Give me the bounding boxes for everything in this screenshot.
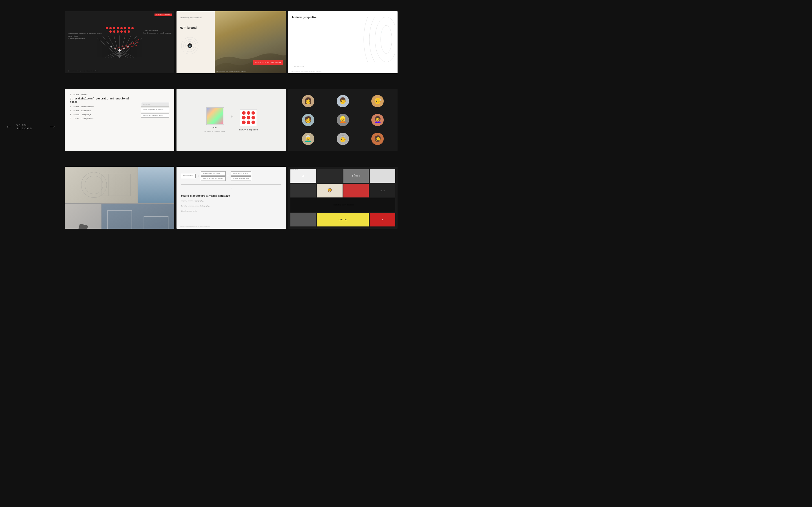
slide-7-content <box>65 167 174 229</box>
slide-3-card[interactable]: business perspective I: Introduction @Ir… <box>288 11 398 73</box>
s1-label-values: brand values <box>68 36 101 37</box>
s9-cell-9 <box>290 213 316 226</box>
s8-box-stakeholder: stakeholder portrait <box>201 171 225 176</box>
s9-cell-10: ⚡ <box>370 213 395 226</box>
s1-left-labels: stakeholders' portrait + emotional space… <box>68 33 101 40</box>
s2-believe-box: brand as a believe system <box>253 60 283 65</box>
s7-building-photo <box>101 204 174 229</box>
person-cell-6: 👩‍🦱 <box>361 111 394 128</box>
person-5: 👱 <box>337 114 349 126</box>
s5-dot <box>242 121 246 124</box>
person-cell-4: 🧑 <box>292 111 324 128</box>
slide-2-card[interactable]: branding perspective? MVP brand 🔊 <box>176 11 286 73</box>
s4-item-2: 2. stakeholders' portrait and emotional … <box>70 98 137 104</box>
s8-plus-2: + <box>227 175 229 178</box>
s1-label-touchpoints: first touchpoints <box>144 30 158 32</box>
s3-section-label: I: Introduction <box>292 66 304 68</box>
slide-1-card[interactable]: DESIGN SYSTEM <box>65 11 174 73</box>
svg-line-15 <box>115 42 139 48</box>
s9-cell-3: ◆form <box>343 169 369 183</box>
slide-6-card[interactable]: 👩 👨 👴 🧑 <box>288 89 398 151</box>
s7-interior-1 <box>65 204 101 229</box>
slide-5-card[interactable]: you founders + internal team + <box>176 89 286 151</box>
s1-dot <box>109 31 112 33</box>
s5-you-label: you <box>213 126 216 129</box>
s4-left: 1. brand values 2. stakeholders' portrai… <box>70 94 137 147</box>
s9-cell-8: desk <box>370 184 395 198</box>
s5-early-label: early adopters <box>239 128 258 131</box>
s2-left: branding perspective? MVP brand 🔊 <box>176 11 215 73</box>
s9-cell-2 <box>317 169 343 183</box>
svg-line-8 <box>119 38 142 57</box>
s4-item-3: 3. brand personality <box>70 106 137 108</box>
s1-label-personality: >> brand personality <box>68 38 101 40</box>
slide-8-content: brand values + stakeholder portrait emot… <box>176 167 286 229</box>
person-2: 👨 <box>337 95 349 107</box>
s5-dot <box>242 116 246 119</box>
s8-box-personality-traits: personality traits <box>231 171 251 176</box>
s8-box-brand-values: brand values <box>181 174 196 178</box>
page-container: ← view slides → DESIGN SYSTEM <box>0 0 406 253</box>
s2-mvp-area: MVP brand <box>180 26 211 31</box>
s5-dot <box>247 121 250 124</box>
person-1: 👩 <box>302 95 314 107</box>
next-slide-button[interactable]: → <box>49 122 56 131</box>
slide-4-card[interactable]: 1. brand values 2. stakeholders' portrai… <box>65 89 174 151</box>
s2-right: brand as a believe system @IraMechynska … <box>215 11 286 73</box>
s1-dot <box>113 31 115 33</box>
s9-capital-cell: CAPITAL <box>317 213 369 226</box>
svg-point-12 <box>110 46 112 47</box>
s2-circles-decor: 🔊 <box>180 36 211 57</box>
s1-labels: first touchpoints brand moodboard + visu… <box>144 30 171 34</box>
slide-1-content: DESIGN SYSTEM <box>65 11 174 73</box>
s1-dot <box>124 27 126 29</box>
person-9: 🧔 <box>371 133 384 145</box>
s5-dot <box>247 116 250 119</box>
s5-dot <box>252 121 255 124</box>
slide-6-content: 👩 👨 👴 🧑 <box>288 89 398 151</box>
prev-slide-button[interactable]: ← <box>6 123 12 130</box>
s1-dot <box>128 27 130 29</box>
person-7: 👨‍🦳 <box>302 133 314 145</box>
svg-line-0 <box>97 38 119 57</box>
s5-gradient-box <box>206 107 223 124</box>
s1-dot <box>128 31 130 33</box>
s9-cell-7 <box>343 184 369 198</box>
s5-you-item: you founders + internal team <box>204 107 225 133</box>
svg-line-14 <box>119 39 139 50</box>
slide-3-content: business perspective I: Introduction @Ir… <box>288 11 398 73</box>
s7-sky-photo <box>138 167 174 203</box>
slides-grid: DESIGN SYSTEM <box>62 0 406 253</box>
s5-dot <box>242 111 246 115</box>
s4-right: personas value proposition drafts emotio… <box>141 102 169 147</box>
s1-dot <box>106 27 108 29</box>
svg-point-31 <box>380 25 392 54</box>
s8-box-group-2: personality traits visual associations <box>231 171 251 181</box>
svg-line-6 <box>119 36 131 57</box>
slide-7-card[interactable] <box>65 167 174 229</box>
s2-title: branding perspective? <box>180 16 211 19</box>
design-system-badge: DESIGN SYSTEM <box>154 13 172 16</box>
s4-item-1: 1. brand values <box>70 94 137 96</box>
s3-dashed-line <box>381 17 381 40</box>
person-3: 👴 <box>371 95 384 107</box>
s5-you-sublabel: founders + internal team <box>204 131 225 133</box>
view-slides-label: view slides <box>16 123 44 130</box>
s9-label-row: MOODBOARD & CONCEPT BACKGROUND <box>290 198 395 212</box>
slide-9-card[interactable]: ▲ ◆form MOODBOARD 2 🦁 desk <box>288 167 398 229</box>
person-cell-1: 👩 <box>292 93 324 110</box>
person-cell-7: 👨‍🦳 <box>292 130 324 148</box>
s5-dot <box>252 111 255 115</box>
left-panel: ← view slides → <box>0 0 62 253</box>
svg-rect-39 <box>144 217 168 229</box>
person-cell-9: 🧔 <box>361 130 394 148</box>
slide-8-card[interactable]: brand values + stakeholder portrait emot… <box>176 167 286 229</box>
s9-cell-5 <box>290 184 316 198</box>
s1-dot <box>124 31 126 33</box>
s1-dot <box>132 27 134 29</box>
s1-dot <box>117 27 119 29</box>
s4-box-2: value proposition drafts <box>141 108 169 112</box>
s8-subtitle-1: shapes, colors, typography, <box>181 200 282 202</box>
s8-box-visual: visual associations <box>231 176 251 181</box>
s8-box-group: stakeholder portrait emotional space & v… <box>201 171 225 181</box>
